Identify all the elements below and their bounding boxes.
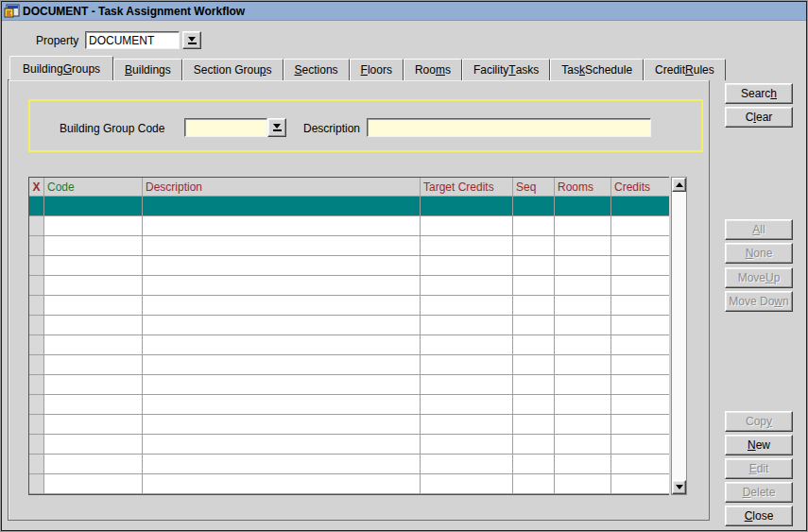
table-row[interactable] bbox=[29, 276, 668, 296]
table-cell-rooms bbox=[555, 216, 611, 236]
tab-credit-rules[interactable]: Credit Rules bbox=[644, 59, 726, 80]
tab-task-schedule[interactable]: Task Schedule bbox=[550, 59, 644, 80]
table-cell-description bbox=[143, 236, 421, 256]
close-button[interactable]: Close bbox=[725, 506, 793, 526]
table-cell-rooms bbox=[555, 335, 611, 355]
table-cell-code bbox=[44, 296, 143, 316]
table-cell-target-credits bbox=[421, 455, 513, 474]
table-cell-rooms bbox=[555, 415, 611, 435]
table-cell-x bbox=[29, 197, 44, 216]
description-field[interactable] bbox=[367, 118, 651, 137]
table-cell-seq bbox=[513, 455, 555, 474]
building-group-code-dropdown-button[interactable] bbox=[267, 118, 286, 137]
table-row[interactable] bbox=[29, 355, 668, 375]
table-cell-description bbox=[143, 216, 421, 236]
table-cell-seq bbox=[513, 256, 555, 276]
table-cell-description bbox=[143, 355, 421, 375]
tab-rooms[interactable]: Rooms bbox=[404, 59, 462, 80]
tab-buildings[interactable]: Buildings bbox=[113, 59, 182, 80]
tab-sections[interactable]: Sections bbox=[284, 59, 350, 80]
table-row[interactable] bbox=[29, 256, 668, 276]
table-cell-seq bbox=[513, 197, 555, 216]
table-cell-code bbox=[44, 276, 143, 296]
table-cell-code bbox=[44, 316, 143, 335]
table-cell-code bbox=[44, 335, 143, 355]
table-scrollbar[interactable] bbox=[671, 177, 687, 495]
arrow-up-icon bbox=[676, 182, 683, 187]
building-groups-table: XCodeDescriptionTarget CreditsSeqRoomsCr… bbox=[28, 177, 669, 495]
column-header-rooms: Rooms bbox=[555, 178, 611, 197]
table-row[interactable] bbox=[29, 335, 668, 355]
tab-section-groups[interactable]: Section Groups bbox=[182, 59, 284, 80]
copy-button: Copy bbox=[725, 411, 793, 432]
table-cell-code bbox=[44, 395, 143, 415]
column-header-credits: Credits bbox=[611, 178, 669, 197]
table-cell-credits bbox=[611, 316, 669, 335]
table-cell-target-credits bbox=[421, 276, 513, 296]
table-row[interactable] bbox=[29, 296, 668, 316]
table-cell-rooms bbox=[555, 296, 611, 316]
table-cell-seq bbox=[513, 316, 555, 335]
table-cell-seq bbox=[513, 395, 555, 415]
tab-floors[interactable]: Floors bbox=[350, 59, 404, 80]
table-cell-description bbox=[143, 375, 421, 395]
building-group-code-field[interactable] bbox=[184, 118, 267, 137]
table-row[interactable] bbox=[29, 474, 668, 494]
delete-button: Delete bbox=[725, 482, 793, 503]
table-row[interactable] bbox=[29, 375, 668, 395]
property-field[interactable] bbox=[85, 31, 180, 49]
table-row[interactable] bbox=[29, 216, 668, 236]
table-cell-rooms bbox=[555, 316, 611, 335]
table-cell-credits bbox=[611, 335, 669, 355]
app-window: DOCUMENT - Task Assignment Workflow Prop… bbox=[0, 0, 808, 532]
property-dropdown-button[interactable] bbox=[182, 31, 201, 49]
new-button[interactable]: New bbox=[725, 435, 793, 455]
table-row[interactable] bbox=[29, 236, 668, 256]
move-down-button: Move Down bbox=[725, 291, 793, 312]
table-cell-credits bbox=[611, 197, 669, 216]
table-cell-rooms bbox=[555, 375, 611, 395]
table-cell-code bbox=[44, 474, 143, 494]
table-cell-code bbox=[44, 256, 143, 276]
table-cell-code bbox=[44, 435, 143, 455]
table-cell-credits bbox=[611, 474, 669, 494]
table-cell-target-credits bbox=[421, 355, 513, 375]
search-button[interactable]: Search bbox=[725, 83, 793, 104]
table-cell-credits bbox=[611, 236, 669, 256]
table-cell-description bbox=[143, 395, 421, 415]
tab-facility-tasks[interactable]: Facility Tasks bbox=[462, 59, 550, 80]
table-cell-seq bbox=[513, 296, 555, 316]
column-header-target-credits: Target Credits bbox=[421, 178, 513, 197]
clear-button[interactable]: Clear bbox=[725, 107, 793, 128]
table-cell-description bbox=[143, 197, 421, 216]
table-row[interactable] bbox=[29, 455, 668, 474]
scroll-down-button[interactable] bbox=[672, 480, 686, 494]
table-row-selected[interactable] bbox=[29, 197, 668, 216]
table-row[interactable] bbox=[29, 415, 668, 435]
table-cell-description bbox=[143, 276, 421, 296]
table-cell-credits bbox=[611, 256, 669, 276]
window-title: DOCUMENT - Task Assignment Workflow bbox=[23, 5, 245, 18]
description-label: Description bbox=[303, 122, 360, 135]
table-cell-description bbox=[143, 435, 421, 455]
table-row[interactable] bbox=[29, 395, 668, 415]
all-button: All bbox=[725, 219, 793, 240]
table-cell-credits bbox=[611, 296, 669, 316]
table-row[interactable] bbox=[29, 435, 668, 455]
move-up-button: Move Up bbox=[725, 267, 793, 288]
table-cell-target-credits bbox=[421, 395, 513, 415]
table-cell-target-credits bbox=[421, 256, 513, 276]
tab-building-groups[interactable]: Building Groups bbox=[9, 56, 113, 80]
table-cell-credits bbox=[611, 355, 669, 375]
table-cell-description bbox=[143, 474, 421, 494]
column-header-description: Description bbox=[143, 178, 421, 197]
table-cell-x bbox=[29, 474, 44, 494]
table-cell-code bbox=[44, 197, 143, 216]
scroll-up-button[interactable] bbox=[672, 178, 686, 192]
table-cell-target-credits bbox=[421, 335, 513, 355]
table-cell-credits bbox=[611, 276, 669, 296]
table-cell-target-credits bbox=[421, 296, 513, 316]
tab-bar: Building GroupsBuildingsSection GroupsSe… bbox=[9, 56, 726, 80]
table-row[interactable] bbox=[29, 316, 668, 335]
table-cell-rooms bbox=[555, 276, 611, 296]
